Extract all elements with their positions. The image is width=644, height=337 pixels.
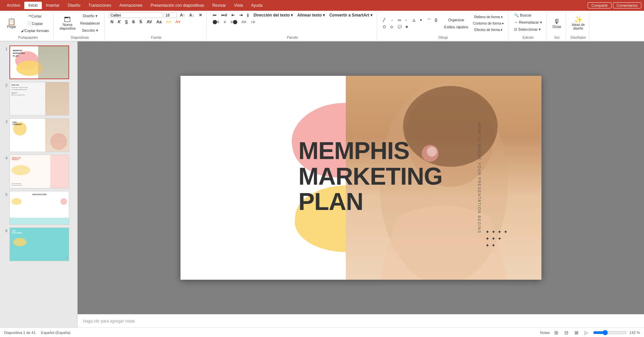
notes-placeholder: Haga clic para agregar notas [83, 319, 135, 324]
notes-bar[interactable]: Haga clic para agregar notas [78, 314, 644, 328]
shape-circle[interactable]: ○ [403, 18, 410, 24]
tab-revisar[interactable]: Revisar [208, 2, 230, 9]
clear-format-button[interactable]: ✕ [197, 12, 204, 18]
strikethrough-button[interactable]: S [131, 19, 137, 25]
italic-button[interactable]: K [116, 19, 122, 25]
slide-thumb-4[interactable]: 4 ABOUT THEPRODUCT Lorem ipsum dolorsit … [0, 153, 77, 190]
new-slide-button[interactable]: 🗔 Nuevadiapositiva [58, 15, 77, 31]
shape-rect[interactable]: ▭ [396, 18, 403, 24]
shape-curve[interactable]: ⌒ [426, 18, 432, 24]
slide-thumb-3[interactable]: 3 OURCOMPANY [0, 117, 77, 153]
parrafo-label: Párrafo [287, 35, 298, 39]
numbering-button[interactable]: ≔# [219, 12, 229, 18]
dictar-button[interactable]: 🎙 Dictar [551, 17, 563, 30]
shape-line[interactable]: ╱ [381, 18, 388, 24]
title-line2: MARKETING [299, 164, 443, 189]
shape-more[interactable]: ▾ [418, 18, 425, 24]
bullets-button[interactable]: ≔ [211, 12, 218, 18]
share-button[interactable]: Compartir [588, 2, 611, 8]
slide-thumb-1[interactable]: 1 MEMPHISMARKETINGPLAN [0, 44, 77, 81]
section-button[interactable]: Sección ▾ [79, 27, 102, 34]
decrease-indent-button[interactable]: ⇤ [230, 12, 236, 18]
shape-bracket[interactable]: {} [433, 18, 440, 24]
columns-button[interactable]: ⫿ [245, 12, 251, 18]
align-center-button[interactable]: ≡ [222, 19, 228, 25]
increase-indent-button[interactable]: ⇥ [237, 12, 244, 18]
text-direction-button[interactable]: Dirección del texto ▾ [252, 12, 295, 18]
tab-inicio[interactable]: Inicio [24, 2, 42, 9]
case-button[interactable]: Aa [155, 19, 163, 25]
slide-thumb-2[interactable]: 2 Slide title Lorem ipsum dolor sit amet… [0, 81, 77, 117]
shape-tri[interactable]: △ [411, 18, 418, 24]
shape-arrow[interactable]: → [389, 18, 395, 24]
reemplazar-button[interactable]: ↔ Reemplazar ▾ [512, 19, 543, 26]
font-color-button[interactable]: A▾ [174, 19, 182, 25]
slide-thumb-6[interactable]: 6 OUREVOLUTION 3 [0, 226, 77, 263]
seleccionar-button[interactable]: ⊡ Seleccionar ▾ [512, 26, 542, 33]
align-left-button[interactable]: ⬤≡ [211, 19, 221, 25]
diapositivas-content: 🗔 Nuevadiapositiva Diseño ▾ Restablecer … [58, 12, 102, 34]
buscar-button[interactable]: 🔍 Buscar [512, 12, 533, 19]
tab-ayuda[interactable]: Ayuda [247, 2, 267, 9]
zoom-slider[interactable] [593, 330, 627, 335]
group-edicion: 🔍 Buscar ↔ Reemplazar ▾ ⊡ Seleccionar ▾ … [510, 12, 547, 39]
font-name-row: A↑ A↓ ✕ [109, 12, 203, 18]
slide-thumb-5[interactable]: 5 OUR EVOLUTION [0, 190, 77, 226]
dibujo-content: ╱ → ▭ ○ △ ▾ ⌒ {} ⬠ ◇ 💬 ★ Organizar Estil… [381, 12, 506, 34]
relleno-button[interactable]: Relleno de forma ▾ [471, 14, 505, 20]
parrafo-content: ≔ ≔# ⇤ ⇥ ⫿ Dirección del texto ▾ Alinear… [211, 12, 374, 34]
shape-callout[interactable]: 💬 [396, 24, 403, 29]
efectos-button[interactable]: Efectos de forma ▾ [471, 27, 505, 33]
shadow-button[interactable]: S̈ [138, 19, 144, 25]
paste-button[interactable]: 📋 Pegar [5, 17, 18, 30]
normal-view-button[interactable]: ⊞ [553, 329, 560, 336]
tab-transiciones[interactable]: Transiciones [84, 2, 115, 9]
tab-presentacion[interactable]: Presentación con diapositivas [146, 2, 208, 9]
cut-button[interactable]: ✂ Cortar [19, 13, 51, 19]
copy-format-button[interactable]: 🖌 Copiar formato [19, 28, 51, 34]
tab-archivo[interactable]: Archivo [3, 2, 24, 9]
shape-diamond[interactable]: ◇ [389, 24, 395, 29]
font-name-input[interactable] [109, 12, 163, 18]
align-right-button[interactable]: ≡⬤ [229, 19, 239, 25]
font-shrink-button[interactable]: A↓ [188, 12, 196, 18]
shape-pentagon[interactable]: ⬠ [381, 24, 388, 29]
tab-diseno[interactable]: Diseño [64, 2, 84, 9]
bird-9: ✦ [492, 243, 496, 248]
font-size-input[interactable] [164, 12, 177, 18]
justify-button[interactable]: ≡≡ [240, 19, 248, 25]
slide-canvas[interactable]: MEMPHIS MARKETING PLAN HERE IS WHERE YOU… [180, 76, 541, 280]
slide-preview-5: OUR EVOLUTION [9, 191, 69, 225]
contorno-button[interactable]: Contorno de forma ▾ [471, 21, 505, 26]
tab-vista[interactable]: Vista [230, 2, 247, 9]
comments-button[interactable]: Comentarios [613, 2, 641, 8]
smartart-button[interactable]: Convertir a SmartArt ▾ [328, 12, 374, 18]
shape-star[interactable]: ★ [403, 24, 410, 29]
estilos-button[interactable]: Estilos rápidos [443, 24, 470, 30]
font-spacing-button[interactable]: AV [145, 19, 154, 25]
slide-sorter-button[interactable]: ⊟ [563, 329, 570, 336]
font-grow-button[interactable]: A↑ [178, 12, 187, 18]
bold-button[interactable]: N [109, 19, 115, 25]
align-text-button[interactable]: Alinear texto ▾ [296, 12, 327, 18]
voz-content: 🎙 Dictar [551, 12, 563, 34]
paste-icon: 📋 [7, 18, 16, 25]
bird-1: ✦ [485, 229, 489, 235]
tab-animaciones[interactable]: Animaciones [115, 2, 147, 9]
notes-toggle[interactable]: Notas [540, 331, 550, 335]
reset-button[interactable]: Restablecer [79, 20, 102, 26]
fuente-content: A↑ A↓ ✕ N K S S S̈ AV Aa A▾ A▾ [109, 12, 203, 34]
copy-button[interactable]: 📄 Copiar [19, 20, 51, 27]
canvas-wrapper[interactable]: MEMPHIS MARKETING PLAN HERE IS WHERE YOU… [78, 41, 644, 314]
organizar-button[interactable]: Organizar [443, 17, 470, 23]
bird-3: ✦ [498, 229, 502, 235]
presenter-view-button[interactable]: ▷ [583, 329, 590, 336]
underline-button[interactable]: S [123, 19, 130, 25]
reading-view-button[interactable]: ⊠ [573, 329, 580, 336]
tab-insertar[interactable]: Insertar [42, 2, 64, 9]
highlight-button[interactable]: A▾ [164, 19, 173, 25]
cut-icon: ✂ [28, 14, 31, 18]
ideas-diseno-button[interactable]: ✨ Ideas dediseño [570, 15, 586, 31]
line-spacing-button[interactable]: ↕≡ [249, 19, 257, 25]
layout-button[interactable]: Diseño ▾ [79, 13, 102, 19]
